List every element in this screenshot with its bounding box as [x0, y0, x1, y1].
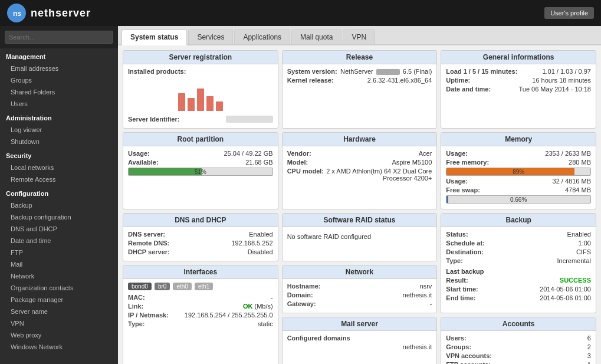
tag-br0[interactable]: br0	[155, 283, 170, 290]
system-version-value: NethServer 6.5 (Final)	[340, 68, 432, 75]
mac-value: -	[271, 294, 273, 301]
vendor-label: Vendor:	[287, 150, 311, 157]
panel-accounts: Accounts Users: 6 Groups: 2 VPN accounts…	[441, 317, 596, 364]
tag-bond0[interactable]: bond0	[128, 283, 152, 290]
panel-memory: Memory Usage: 2353 / 2633 MB Free memory…	[441, 132, 596, 209]
partition-progress-bar: 51%	[128, 168, 273, 176]
sidebar-item-web-proxy[interactable]: Web proxy	[0, 329, 118, 341]
sidebar-section-administration: Administration	[0, 110, 118, 124]
gateway-label: Gateway:	[287, 300, 316, 307]
cpu-row: CPU model: 2 x AMD Athlon(tm) 64 X2 Dual…	[287, 168, 432, 182]
sidebar-item-groups[interactable]: Groups	[0, 74, 118, 86]
backup-schedule-row: Schedule at: 1:00	[446, 240, 591, 247]
sidebar-item-shared-folders[interactable]: Shared Folders	[0, 86, 118, 98]
logo-area: ns nethserver	[7, 4, 91, 22]
user-profile-button[interactable]: User's profile	[544, 7, 594, 19]
tab-system-status[interactable]: System status	[121, 29, 187, 45]
backup-status-label: Status:	[446, 231, 468, 238]
sidebar-item-email-addresses[interactable]: Email addresses	[0, 63, 118, 74]
tab-vpn[interactable]: VPN	[343, 29, 375, 44]
panel-server-registration-title: Server registration	[123, 51, 278, 64]
panel-software-raid-title: Software RAID status	[283, 214, 437, 227]
uptime-value: 16 hours 18 minutes	[532, 77, 591, 84]
sidebar-item-vpn[interactable]: VPN	[0, 317, 118, 329]
load-label: Load 1 / 5 / 15 minutes:	[446, 68, 517, 75]
sidebar-item-mail[interactable]: Mail	[0, 258, 118, 270]
accounts-vpn-value: 3	[587, 352, 591, 359]
server-identifier-row: Server Identifier:	[128, 116, 273, 123]
server-identifier-value	[226, 116, 273, 123]
if-type-label: Type:	[128, 320, 145, 327]
sidebar-item-server-name[interactable]: Server name	[0, 306, 118, 317]
sidebar-item-users[interactable]: Users	[0, 98, 118, 110]
tab-mail-quota[interactable]: Mail quota	[291, 29, 341, 44]
tab-applications[interactable]: Applications	[234, 29, 290, 44]
sidebar-item-date-time[interactable]: Date and time	[0, 235, 118, 247]
panel-mail-server-body: Configured domains nethesis.it	[283, 331, 437, 354]
tab-services[interactable]: Services	[188, 29, 233, 44]
panel-general-info: General informations Load 1 / 5 / 15 min…	[441, 50, 596, 129]
server-identifier-label: Server Identifier:	[128, 116, 179, 123]
sidebar-item-windows-network[interactable]: Windows Network	[0, 341, 118, 353]
tag-eth0[interactable]: eth0	[173, 283, 191, 290]
ftp-accounts-row: FTP accounts: 1	[446, 361, 591, 364]
accounts-groups-label: Groups:	[446, 343, 471, 350]
panel-network: Network Hostname: nsrv Domain: nethesis.…	[282, 265, 438, 313]
sidebar-item-log-viewer[interactable]: Log viewer	[0, 124, 118, 136]
kernel-row: Kernel release: 2.6.32-431.el6.x86_64	[287, 77, 432, 84]
sidebar: Management Email addresses Groups Shared…	[0, 26, 118, 364]
ip-value: 192.168.5.254 / 255.255.255.0	[185, 311, 273, 319]
backup-end-label: End time:	[446, 294, 475, 301]
backup-status-row: Status: Enabled	[446, 231, 591, 238]
panel-server-registration: Server registration Installed products:	[123, 50, 278, 129]
panel-backup-title: Backup	[441, 214, 596, 227]
vpn-accounts-row: VPN accounts: 3	[446, 352, 591, 359]
backup-result-label: Result:	[446, 277, 468, 284]
uptime-row: Uptime: 16 hours 18 minutes	[446, 77, 591, 84]
configured-domains-value: nethesis.it	[287, 343, 432, 350]
search-container	[0, 26, 118, 48]
sidebar-item-network[interactable]: Network	[0, 270, 118, 282]
swap-usage-label: Usage:	[446, 178, 468, 185]
sidebar-item-local-networks[interactable]: Local networks	[0, 162, 118, 173]
vendor-value: Acer	[419, 150, 432, 157]
sidebar-item-backup-configuration[interactable]: Backup configuration	[0, 211, 118, 223]
if-type-value: static	[258, 320, 273, 327]
search-input[interactable]	[5, 31, 113, 44]
sidebar-item-backup[interactable]: Backup	[0, 199, 118, 211]
backup-destination-value: CIFS	[576, 248, 591, 255]
accounts-vpn-label: VPN accounts:	[446, 352, 492, 359]
tabs-bar: System status Services Applications Mail…	[118, 26, 601, 45]
sidebar-item-dns-dhcp[interactable]: DNS and DHCP	[0, 223, 118, 235]
uptime-label: Uptime:	[446, 77, 470, 84]
backup-start-value: 2014-05-06 01:00	[540, 286, 591, 293]
sidebar-item-remote-access[interactable]: Remote Access	[0, 173, 118, 185]
model-label: Model:	[287, 159, 308, 166]
accounts-ftp-label: FTP accounts:	[446, 361, 491, 364]
dns-server-value: Enabled	[249, 231, 272, 238]
panel-release-body: System version: NethServer 6.5 (Final) K…	[283, 64, 437, 89]
panel-memory-body: Usage: 2353 / 2633 MB Free memory: 280 M…	[441, 146, 596, 209]
panel-server-registration-body: Installed products: Server Identifier:	[123, 64, 278, 128]
logo-text: nethserver	[31, 7, 91, 19]
installed-products-row: Installed products:	[128, 68, 273, 75]
panel-release-title: Release	[283, 51, 437, 64]
panel-root-partition-title: Root partition	[123, 133, 278, 146]
tag-eth1[interactable]: eth1	[195, 283, 213, 290]
domain-row: Domain: nethesis.it	[287, 291, 432, 299]
panel-network-body: Hostname: nsrv Domain: nethesis.it Gatew…	[283, 279, 437, 313]
link-status: OK	[243, 303, 253, 310]
software-raid-message: No software RAID configured	[287, 231, 432, 242]
kernel-value: 2.6.32-431.el6.x86_64	[367, 77, 432, 84]
backup-schedule-value: 1:00	[579, 240, 591, 247]
panel-mail-server: Mail server Configured domains nethesis.…	[282, 317, 438, 364]
sidebar-item-package-manager[interactable]: Package manager	[0, 294, 118, 306]
ip-row: IP / Netmask: 192.168.5.254 / 255.255.25…	[128, 311, 273, 319]
free-memory-value: 280 MB	[569, 159, 591, 166]
panel-root-partition: Root partition Usage: 25.04 / 49.22 GB A…	[123, 132, 278, 209]
date-label: Date and time:	[446, 86, 491, 93]
sidebar-item-org-contacts[interactable]: Organization contacts	[0, 282, 118, 294]
sidebar-item-ftp[interactable]: FTP	[0, 247, 118, 258]
sidebar-item-shutdown[interactable]: Shutdown	[0, 136, 118, 147]
link-value: OK (Mb/s)	[243, 303, 273, 310]
